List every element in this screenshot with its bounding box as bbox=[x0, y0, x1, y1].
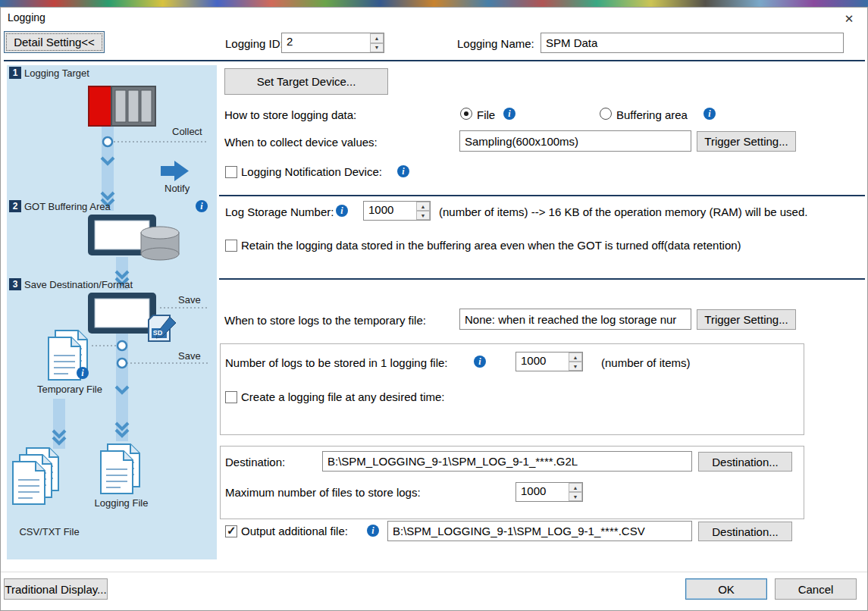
logging-file-label: Logging File bbox=[86, 497, 156, 509]
flow-diagram-panel: 1 Logging Target Collect Notify 2 GOT Bu… bbox=[7, 65, 217, 559]
logs-per-file-stepper[interactable]: 1000 ▲ ▼ bbox=[515, 352, 583, 371]
logging-file-icon bbox=[101, 444, 139, 494]
cancel-button[interactable]: Cancel bbox=[775, 578, 857, 600]
logging-dialog: Logging ✕ Detail Setting<< Logging ID: 2… bbox=[0, 7, 868, 611]
notify-arrow-icon bbox=[161, 161, 189, 181]
spinner-up-icon[interactable]: ▲ bbox=[569, 352, 582, 362]
radio-file[interactable] bbox=[460, 108, 472, 120]
max-files-label: Maximum number of files to store logs: bbox=[225, 486, 421, 499]
check-icon: ✓ bbox=[227, 524, 237, 537]
got-save-device-icon bbox=[88, 293, 156, 334]
buffering-area-info-icon[interactable]: i bbox=[196, 200, 208, 212]
notify-label: Notify bbox=[165, 183, 190, 194]
radio-buffering-label[interactable]: Buffering area bbox=[616, 108, 688, 121]
how-to-store-label: How to store logging data: bbox=[224, 108, 356, 121]
logging-notification-checkbox[interactable] bbox=[225, 166, 237, 178]
window-title: Logging bbox=[8, 11, 45, 24]
destination-path-input[interactable] bbox=[322, 451, 692, 472]
set-target-device-button[interactable]: Set Target Device... bbox=[224, 68, 388, 95]
save-label-1: Save bbox=[178, 294, 201, 306]
when-to-collect-label: When to collect device values: bbox=[224, 136, 378, 149]
max-files-stepper[interactable]: 1000 ▲ ▼ bbox=[515, 482, 583, 502]
spinner-down-icon[interactable]: ▼ bbox=[569, 492, 582, 501]
logging-name-input[interactable] bbox=[541, 33, 844, 53]
logging-id-stepper[interactable]: 2 ▲ ▼ bbox=[281, 33, 384, 53]
spinner-down-icon[interactable]: ▼ bbox=[370, 43, 384, 53]
csv-txt-file-label: CSV/TXT File bbox=[7, 526, 92, 537]
collect-node-icon bbox=[103, 137, 112, 146]
log-storage-label: Log Storage Number: bbox=[225, 205, 334, 218]
radio-buffering-area[interactable] bbox=[600, 108, 612, 120]
flow-diagram bbox=[7, 65, 217, 559]
step3-badge: 3 bbox=[9, 278, 21, 290]
logs-per-file-suffix: (number of items) bbox=[601, 356, 691, 369]
logging-notification-label[interactable]: Logging Notification Device: bbox=[241, 165, 382, 178]
ok-button[interactable]: OK bbox=[685, 578, 767, 600]
log-storage-value[interactable]: 1000 bbox=[364, 202, 416, 220]
header-separator bbox=[4, 60, 865, 61]
output-additional-info-icon[interactable]: i bbox=[367, 525, 379, 537]
trigger-setting-button-1[interactable]: Trigger Setting... bbox=[697, 131, 796, 152]
logging-name-label: Logging Name: bbox=[457, 37, 534, 50]
close-icon[interactable]: ✕ bbox=[834, 9, 864, 29]
destination-label: Destination: bbox=[225, 456, 285, 468]
step2-label: GOT Buffering Area bbox=[24, 201, 111, 212]
retain-data-checkbox[interactable] bbox=[225, 240, 237, 252]
temporary-file-label: Temporary File bbox=[20, 384, 119, 395]
section1-separator bbox=[219, 195, 865, 196]
logging-id-value[interactable]: 2 bbox=[282, 33, 370, 52]
buffering-info-icon[interactable]: i bbox=[703, 108, 716, 120]
logs-per-file-label: Number of logs to be stored in 1 logging… bbox=[225, 356, 448, 369]
save-node-icon bbox=[118, 341, 127, 350]
logs-per-file-value[interactable]: 1000 bbox=[516, 352, 569, 371]
step3-label: Save Destination/Format bbox=[24, 279, 133, 290]
spinner-up-icon[interactable]: ▲ bbox=[569, 483, 582, 492]
retain-data-label[interactable]: Retain the logging data stored in the bu… bbox=[241, 239, 741, 252]
log-storage-stepper[interactable]: 1000 ▲ ▼ bbox=[363, 201, 431, 221]
plc-icon bbox=[89, 86, 155, 126]
destination-button-2[interactable]: Destination... bbox=[698, 522, 792, 541]
collect-label: Collect bbox=[172, 126, 202, 137]
output-additional-path-input[interactable] bbox=[387, 521, 692, 541]
csv-txt-file-icon bbox=[13, 448, 58, 504]
save-node2-icon bbox=[118, 359, 127, 368]
when-to-collect-value[interactable] bbox=[459, 130, 691, 152]
destination-button-1[interactable]: Destination... bbox=[698, 452, 792, 472]
logging-id-label: Logging ID: bbox=[225, 37, 284, 50]
save-label-2: Save bbox=[178, 350, 201, 362]
temp-store-value[interactable] bbox=[459, 309, 691, 330]
footer-divider bbox=[1, 572, 867, 572]
step2-badge: 2 bbox=[9, 200, 21, 212]
sd-card-label: SD bbox=[149, 329, 166, 337]
notification-info-icon[interactable]: i bbox=[397, 165, 409, 177]
output-additional-label[interactable]: Output additional file: bbox=[241, 525, 348, 537]
traditional-display-button[interactable]: Traditional Display... bbox=[4, 578, 108, 600]
create-anytime-checkbox[interactable] bbox=[225, 391, 237, 403]
create-anytime-label[interactable]: Create a logging file at any desired tim… bbox=[241, 390, 444, 403]
temporary-file-info-icon[interactable]: i bbox=[77, 367, 89, 379]
step1-label: Logging Target bbox=[24, 67, 89, 79]
buffer-cylinder-icon bbox=[141, 227, 179, 260]
sd-card-icon bbox=[149, 315, 176, 341]
detail-setting-button[interactable]: Detail Setting<< bbox=[4, 31, 105, 53]
temp-store-label: When to store logs to the temporary file… bbox=[224, 314, 426, 327]
section2-separator bbox=[219, 278, 865, 280]
log-storage-info-icon[interactable]: i bbox=[336, 205, 348, 217]
radio-file-label[interactable]: File bbox=[477, 108, 495, 121]
desktop-background-strip bbox=[0, 0, 868, 7]
log-storage-suffix: (number of items) --> 16 KB of the opera… bbox=[439, 205, 807, 218]
step1-badge: 1 bbox=[9, 67, 21, 79]
logs-per-file-info-icon[interactable]: i bbox=[474, 356, 486, 368]
file-info-icon[interactable]: i bbox=[503, 108, 515, 120]
spinner-up-icon[interactable]: ▲ bbox=[416, 202, 430, 211]
spinner-down-icon[interactable]: ▼ bbox=[569, 362, 582, 371]
trigger-setting-button-2[interactable]: Trigger Setting... bbox=[697, 309, 796, 330]
max-files-value[interactable]: 1000 bbox=[516, 483, 569, 501]
spinner-down-icon[interactable]: ▼ bbox=[416, 211, 430, 220]
spinner-up-icon[interactable]: ▲ bbox=[370, 33, 384, 43]
output-additional-checkbox[interactable]: ✓ bbox=[225, 525, 237, 537]
